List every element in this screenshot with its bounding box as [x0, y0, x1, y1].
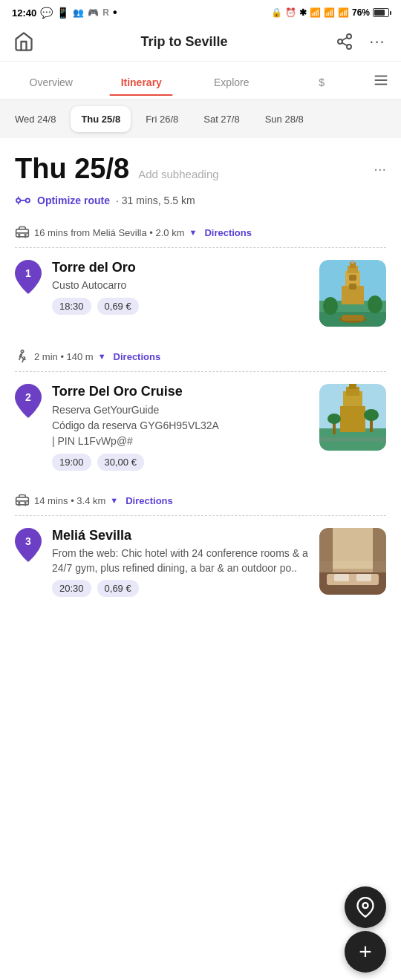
transport-text-1: 16 mins from Meliá Sevilla • 2.0 km: [34, 227, 185, 238]
map-pin-icon: [355, 897, 376, 918]
optimize-route-link[interactable]: Optimize route: [37, 195, 110, 206]
section-2: 2 min • 140 m ▼ Directions 2 Torre Del O…: [15, 344, 386, 483]
transport-chevron-2: ▼: [98, 352, 106, 361]
svg-rect-27: [342, 315, 364, 321]
svg-rect-52: [334, 574, 349, 581]
add-subheading-button[interactable]: Add subheading: [138, 168, 218, 180]
day-sat27[interactable]: Sat 27/8: [193, 106, 250, 132]
r-icon: R: [102, 7, 109, 18]
optimize-info: · 31 mins, 5.5 km: [116, 195, 195, 206]
place-tag-time-1: 18:30: [52, 298, 91, 315]
day-selector: Wed 24/8 Thu 25/8 Fri 26/8 Sat 27/8 Sun …: [0, 100, 401, 138]
transport-chevron-1: ▼: [189, 228, 198, 237]
svg-point-43: [25, 503, 26, 504]
svg-point-24: [323, 297, 338, 315]
add-fab-button[interactable]: +: [345, 931, 386, 973]
place-content-3: Meliá Sevilla From the web: Chic hotel w…: [52, 528, 309, 597]
more-button[interactable]: ···: [365, 30, 389, 53]
spacer-2: [15, 483, 386, 489]
day-thu25[interactable]: Thu 25/8: [71, 106, 131, 132]
battery-level: 76%: [352, 7, 370, 18]
svg-text:1: 1: [25, 267, 31, 279]
day-title: Thu 25/8: [15, 153, 129, 185]
transport-directions-1[interactable]: Directions: [204, 227, 252, 238]
transport-row-3: 14 mins • 3.4 km ▼ Directions: [15, 489, 386, 516]
signal-icon-2: 📶: [338, 7, 349, 18]
place-card-3[interactable]: 3 Meliá Sevilla From the web: Chic hotel…: [15, 516, 386, 603]
tab-overview[interactable]: Overview: [6, 66, 97, 96]
place-tags-3: 20:30 0,69 €: [52, 580, 309, 597]
day-sun28[interactable]: Sun 28/8: [255, 106, 314, 132]
transport-directions-3[interactable]: Directions: [125, 495, 173, 506]
game-icon: 🎮: [88, 7, 99, 18]
section-3: 14 mins • 3.4 km ▼ Directions 3 Meliá Se…: [15, 489, 386, 609]
transport-directions-2[interactable]: Directions: [114, 351, 161, 362]
tab-navigation: Overview Itinerary Explore $: [0, 62, 401, 100]
lock-icon: 🔒: [271, 7, 282, 18]
place-content-2: Torre Del Oro Cruise Reserva GetYourGuid…: [52, 384, 309, 471]
battery-fill: [374, 10, 385, 16]
day-wed24[interactable]: Wed 24/8: [4, 106, 66, 132]
place-image-svg-1: [319, 260, 386, 327]
svg-point-54: [363, 903, 368, 908]
svg-rect-40: [319, 437, 386, 442]
svg-rect-33: [340, 406, 365, 432]
alarm-icon: ⏰: [285, 7, 296, 18]
day-more-button[interactable]: ···: [374, 160, 386, 177]
share-button[interactable]: [333, 30, 356, 53]
place-image-3: [319, 528, 386, 595]
svg-rect-22: [349, 275, 356, 281]
home-button[interactable]: [12, 30, 36, 53]
day-fri26[interactable]: Fri 26/8: [135, 106, 189, 132]
place-detail-2: Reserva GetYourGuide Código da reserva G…: [52, 402, 309, 449]
place-pin-1: 1: [15, 260, 42, 293]
svg-point-37: [364, 409, 379, 421]
bus-icon-3: [15, 493, 30, 508]
transport-row-2: 2 min • 140 m ▼ Directions: [15, 344, 386, 372]
tab-explore[interactable]: Explore: [186, 66, 277, 96]
svg-text:2: 2: [25, 391, 31, 403]
transport-chevron-3: ▼: [110, 496, 118, 505]
place-pin-3: 3: [15, 528, 42, 561]
transport-row-1: 16 mins from Meliá Sevilla • 2.0 km ▼ Di…: [15, 220, 386, 248]
pin-icon-3: 3: [15, 528, 42, 562]
svg-rect-35: [349, 384, 356, 389]
svg-point-42: [19, 503, 20, 504]
map-fab-button[interactable]: [345, 886, 386, 928]
svg-rect-53: [356, 574, 371, 581]
section-1: 16 mins from Meliá Sevilla • 2.0 km ▼ Di…: [15, 220, 386, 339]
dot-icon: •: [113, 6, 117, 19]
messaging-icon: 💬: [40, 7, 53, 19]
battery-icon: [373, 8, 389, 17]
svg-point-25: [368, 295, 382, 313]
day-header: Thu 25/8 Add subheading ···: [15, 153, 386, 185]
pin-icon-1: 1: [15, 260, 42, 294]
place-card-2[interactable]: 2 Torre Del Oro Cruise Reserva GetYourGu…: [15, 372, 386, 477]
tab-budget[interactable]: $: [277, 66, 368, 96]
place-name-2: Torre Del Oro Cruise: [52, 384, 309, 399]
svg-point-39: [327, 414, 341, 424]
place-pin-2: 2: [15, 384, 42, 416]
place-content-1: Torre del Oro Custo Autocarro 18:30 0,69…: [52, 260, 309, 315]
whatsapp-icon: 📱: [56, 7, 69, 19]
place-tag-time-3: 20:30: [52, 580, 91, 597]
place-name-3: Meliá Sevilla: [52, 528, 309, 543]
place-image-svg-2: [319, 384, 386, 451]
svg-rect-23: [349, 284, 356, 290]
status-bar: 12:40 💬 📱 👥 🎮 R • 🔒 ⏰ ✱ 📶 📶 📶 76%: [0, 0, 401, 22]
place-image-svg-3: [319, 528, 386, 595]
place-card-1[interactable]: 1 Torre del Oro Custo Autocarro 18:30 0,…: [15, 248, 386, 333]
bus-icon-1: [15, 225, 30, 240]
place-detail-3: From the web: Chic hotel with 24 confere…: [52, 546, 309, 575]
svg-rect-21: [351, 260, 354, 264]
spacer-1: [15, 339, 386, 344]
tab-menu-button[interactable]: [367, 62, 395, 99]
tab-itinerary[interactable]: Itinerary: [97, 66, 187, 96]
time-display: 12:40: [12, 7, 36, 19]
teams-icon: 👥: [73, 7, 84, 18]
place-image-1: [319, 260, 386, 327]
walk-icon-2: [15, 349, 30, 364]
pin-icon-2: 2: [15, 384, 42, 418]
place-tags-1: 18:30 0,69 €: [52, 298, 309, 315]
place-image-2: [319, 384, 386, 451]
